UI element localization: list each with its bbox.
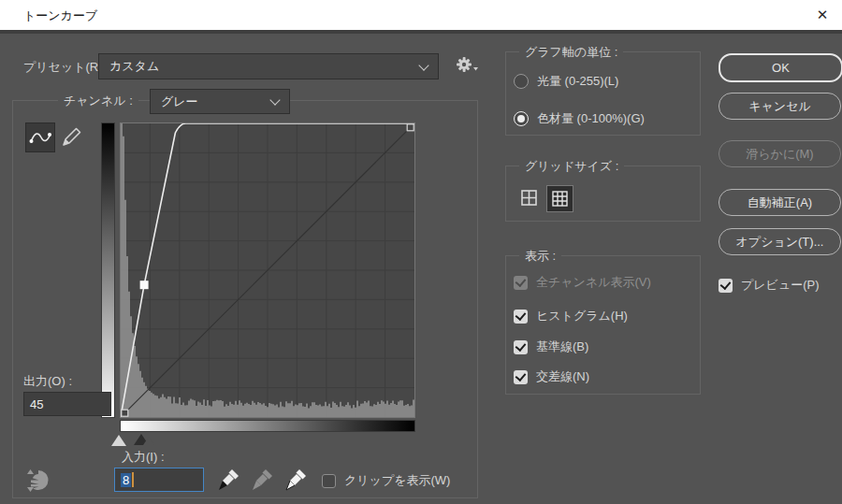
curve-tool-icon — [28, 127, 52, 148]
highlight-input-slider[interactable] — [134, 434, 149, 445]
curves-dialog: トーンカーブ ✕ プリセット(R) : カスタム チャンネル : グレー — [0, 0, 842, 504]
input-label: 入力(I) : — [122, 449, 165, 466]
dialog-title: トーンカーブ — [23, 7, 97, 24]
checkbox-checked-disabled-icon — [514, 276, 528, 290]
black-point-eyedropper-icon[interactable] — [216, 468, 240, 493]
radio-pigment-label: 色材量 (0-100%)(G) — [537, 110, 645, 127]
checkbox-all-channels: 全チャンネル表示(V) — [514, 274, 651, 291]
show-clipping-label: クリップを表示(W) — [344, 472, 450, 489]
grid-size-group: グリッドサイズ : — [505, 166, 701, 222]
pencil-tool-button[interactable] — [58, 122, 86, 151]
axis-unit-legend: グラフ軸の単位 : — [519, 44, 623, 61]
channel-dropdown[interactable]: グレー — [150, 89, 290, 114]
white-point-eyedropper-icon[interactable] — [283, 468, 308, 493]
checkbox-intersection[interactable]: 交差線(N) — [514, 368, 589, 385]
chevron-down-icon — [418, 60, 428, 70]
titlebar-divider — [0, 30, 842, 34]
auto-correct-button[interactable]: 自動補正(A) — [719, 189, 841, 216]
shadow-input-slider[interactable] — [111, 435, 126, 446]
checkbox-histogram[interactable]: ヒストグラム(H) — [514, 308, 628, 324]
checkbox-checked-icon[interactable] — [514, 340, 528, 354]
gray-point-eyedropper-icon[interactable] — [250, 468, 274, 493]
chevron-down-icon — [269, 94, 280, 105]
radio-pigment[interactable]: 色材量 (0-100%)(G) — [514, 110, 645, 127]
radio-light-label: 光量 (0-255)(L) — [537, 73, 618, 90]
output-value: 45 — [30, 397, 43, 411]
coarse-grid-button[interactable] — [516, 185, 542, 210]
intersection-label: 交差線(N) — [536, 368, 589, 385]
title-bar: トーンカーブ ✕ — [0, 0, 842, 30]
radio-light-quantity[interactable]: 光量 (0-255)(L) — [514, 73, 618, 90]
fine-grid-button[interactable] — [546, 185, 573, 212]
fine-grid-icon — [552, 191, 568, 207]
grid-size-legend: グリッドサイズ : — [519, 158, 624, 175]
checkbox-checked-icon[interactable] — [719, 279, 733, 293]
show-clipping-checkbox[interactable]: クリップを表示(W) — [322, 472, 450, 489]
gear-icon[interactable] — [455, 55, 479, 76]
close-icon[interactable]: ✕ — [810, 4, 835, 26]
preview-checkbox[interactable]: プレビュー(P) — [719, 277, 820, 294]
radio-icon[interactable] — [514, 74, 529, 89]
cancel-button[interactable]: キャンセル — [719, 93, 841, 120]
display-group: 表示 : 全チャンネル表示(V) ヒストグラム(H) 基準線(B) 交差線(N) — [505, 255, 701, 395]
channel-value: グレー — [151, 94, 271, 110]
ok-button[interactable]: OK — [719, 53, 842, 82]
options-button[interactable]: オプション(T)... — [719, 228, 841, 255]
preset-label: プリセット(R) : — [23, 59, 109, 76]
smooth-button: 滑らかに(M) — [719, 140, 841, 167]
text-caret — [132, 472, 134, 487]
display-legend: 表示 : — [519, 248, 561, 265]
output-value-box[interactable]: 45 — [23, 392, 111, 416]
axis-unit-group: グラフ軸の単位 : 光量 (0-255)(L) 色材量 (0-100%)(G) — [505, 51, 701, 136]
pencil-tool-icon — [60, 124, 84, 149]
all-channels-label: 全チャンネル表示(V) — [536, 274, 651, 291]
checkbox-checked-icon[interactable] — [514, 370, 528, 384]
input-gradient-bar — [120, 420, 415, 432]
coarse-grid-icon — [521, 190, 537, 206]
preset-dropdown[interactable]: カスタム — [98, 53, 439, 79]
input-value: 8 — [121, 473, 131, 487]
radio-selected-icon[interactable] — [514, 111, 529, 126]
histogram-label: ヒストグラム(H) — [536, 308, 628, 324]
output-label: 出力(O) : — [23, 373, 72, 390]
checkbox-baseline[interactable]: 基準線(B) — [514, 338, 588, 355]
baseline-label: 基準線(B) — [536, 338, 588, 355]
curve-tool-button[interactable] — [25, 122, 55, 152]
curve-plot[interactable] — [120, 122, 415, 418]
preset-value: カスタム — [99, 58, 420, 75]
output-gradient-bar — [101, 122, 115, 418]
checkbox-checked-icon[interactable] — [514, 310, 528, 324]
checkbox-unchecked[interactable] — [322, 474, 336, 488]
input-value-box[interactable]: 8 — [114, 468, 204, 492]
preview-label: プレビュー(P) — [741, 277, 820, 294]
channel-label: チャンネル : — [58, 93, 138, 109]
targeted-adjustment-icon[interactable] — [22, 468, 52, 494]
